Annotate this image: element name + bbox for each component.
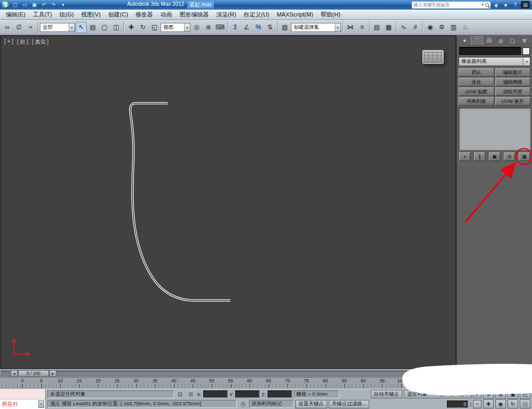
previous-frame-icon[interactable]: ◄ — [453, 390, 461, 398]
quick-access-chevron-icon[interactable]: ▾ — [59, 1, 67, 9]
tab-create[interactable]: ✦ — [459, 36, 470, 45]
percent-snap-icon[interactable]: % — [253, 22, 264, 33]
named-selection-dropdown[interactable]: 创建选择集 ▾ — [291, 23, 341, 32]
add-time-tag-field[interactable]: 添加时间标记 — [249, 400, 294, 408]
menu-tools[interactable]: 工具(T) — [29, 10, 56, 20]
search-icon[interactable] — [485, 3, 489, 7]
menu-group[interactable]: 组(G) — [56, 10, 78, 20]
pan-icon[interactable]: ✚ — [483, 399, 494, 408]
select-and-rotate-icon[interactable]: ↻ — [137, 22, 148, 33]
viewport-menu-view[interactable]: [ 前 ] — [17, 38, 28, 46]
new-file-icon[interactable]: ▢ — [11, 1, 19, 9]
modifier-list-dropdown[interactable]: 修改器列表 ▾ — [459, 57, 530, 66]
viewport-menu-general[interactable]: [ + ] — [4, 38, 13, 46]
edit-named-selection-icon[interactable]: ▧ — [279, 22, 290, 33]
unlink-selection-icon[interactable]: ∅ — [13, 22, 24, 33]
modifier-preset-button[interactable]: 倒角剖面 — [459, 97, 494, 105]
selected-object-dropdown[interactable]: 选定对象 ▾ — [404, 390, 441, 398]
spinner-snap-icon[interactable]: ⇅ — [264, 22, 276, 33]
orbit-icon[interactable]: ↻ — [508, 399, 518, 408]
select-and-move-icon[interactable]: ✚ — [126, 22, 137, 33]
help-icon[interactable]: ? — [511, 1, 519, 9]
select-object-icon[interactable]: ↖ — [76, 22, 87, 33]
communication-center-icon[interactable]: ◈ — [492, 1, 500, 9]
modifier-stack-list[interactable] — [459, 108, 530, 150]
modifier-preset-button[interactable]: 编辑面片 — [495, 68, 531, 77]
play-animation-icon[interactable]: ▶ — [463, 390, 471, 398]
tab-modify[interactable]: ⌒ — [471, 36, 483, 45]
search-chevron-icon[interactable]: ▾ — [481, 3, 484, 7]
mirror-icon[interactable]: ⋈ — [345, 22, 356, 33]
bind-to-spacewarp-icon[interactable]: ≈ — [25, 22, 36, 33]
snap-toggle-icon[interactable]: 3 — [229, 22, 240, 33]
tab-hierarchy[interactable]: 品 — [484, 36, 495, 45]
menu-animation[interactable]: 动画 — [157, 10, 176, 20]
render-setup-icon[interactable]: ⚙ — [436, 22, 447, 33]
macro-recorder-field[interactable] — [0, 389, 45, 399]
maximize-viewport-toggle-icon[interactable]: ◳ — [520, 399, 530, 408]
redo-icon[interactable]: ↷ — [49, 1, 57, 9]
keyboard-shortcut-override-icon[interactable]: ⌨ — [214, 22, 226, 33]
tab-motion[interactable]: ◎ — [495, 36, 506, 45]
modifier-preset-button[interactable]: 挤出 — [459, 68, 494, 77]
make-unique-button[interactable]: ▣ — [489, 152, 500, 161]
menu-rendering[interactable]: 渲染(R) — [213, 10, 240, 20]
rendered-frame-window-icon[interactable]: ▥ — [448, 22, 459, 33]
modifier-preset-button[interactable]: 涡轮平滑 — [495, 87, 531, 96]
zoom-all-icon[interactable]: ⊞ — [495, 390, 506, 399]
zoom-extents-icon[interactable]: ▣ — [508, 390, 518, 399]
y-coordinate-field[interactable] — [235, 390, 260, 398]
time-slider[interactable]: ◄ 0 / 100 ► — [0, 369, 456, 377]
modifier-preset-button[interactable]: 优化 — [459, 78, 494, 86]
select-and-scale-icon[interactable]: ◱ — [149, 22, 160, 33]
schematic-view-icon[interactable]: # — [410, 22, 421, 33]
window-crossing-icon[interactable]: ◫ — [111, 22, 122, 33]
undo-icon[interactable]: ↶ — [40, 1, 48, 9]
angle-snap-icon[interactable]: ∠ — [241, 22, 252, 33]
tab-utilities[interactable]: ⚒ — [519, 36, 530, 45]
menu-edit[interactable]: 编辑(E) — [2, 10, 29, 20]
favorites-star-icon[interactable]: ★ — [502, 1, 510, 9]
tab-display[interactable]: ▢ — [507, 36, 518, 45]
spline-curve[interactable] — [130, 103, 230, 300]
track-bar[interactable]: 0510152025303540455055606570758085909510… — [0, 377, 532, 389]
select-by-name-icon[interactable]: ▤ — [87, 22, 98, 33]
reference-coordinate-dropdown[interactable]: 视图 ▾ — [161, 23, 190, 32]
material-editor-icon[interactable]: ◉ — [425, 22, 436, 33]
time-slider-handle[interactable]: 0 / 100 — [18, 370, 49, 377]
auto-key-button[interactable]: 自动关键点 — [371, 390, 403, 398]
menu-customize[interactable]: 自定义(U) — [240, 10, 273, 20]
go-to-end-icon[interactable]: » — [473, 400, 481, 408]
rectangular-selection-region-icon[interactable]: ▢ — [99, 22, 110, 33]
selection-filter-dropdown[interactable]: 全部 ▾ — [40, 23, 75, 32]
next-frame-icon[interactable]: ► — [473, 390, 481, 398]
front-viewport[interactable]: [ + ] [ 前 ] [ 真实 ] — [1, 36, 456, 369]
infocenter-search[interactable]: ▾ — [412, 2, 491, 9]
set-key-button[interactable]: 设置关键点 — [295, 400, 327, 408]
app-logo-icon[interactable]: S — [2, 1, 10, 9]
open-file-icon[interactable]: ▭ — [21, 1, 29, 9]
object-name-input[interactable] — [459, 47, 521, 55]
use-pivot-center-icon[interactable]: ◎ — [191, 22, 202, 33]
zoom-region-icon[interactable]: ◰ — [520, 390, 530, 399]
next-frame-arrow-icon[interactable]: ► — [49, 370, 56, 377]
modifier-preset-button[interactable]: UVW 展开 — [495, 97, 531, 105]
select-and-link-icon[interactable]: ∞ — [2, 22, 13, 33]
object-color-swatch[interactable] — [522, 47, 530, 55]
listener-scroll-icon[interactable]: < — [38, 400, 44, 408]
time-slider-track[interactable] — [1, 371, 455, 377]
viewport-menu-shading[interactable]: [ 真实 ] — [32, 38, 48, 46]
pin-stack-button[interactable]: ⌖ — [459, 152, 470, 161]
curve-editor-icon[interactable]: ∿ — [398, 22, 409, 33]
menu-help[interactable]: 帮助(H) — [317, 10, 344, 20]
modifier-preset-button[interactable]: 编辑网格 — [495, 78, 531, 86]
z-coordinate-field[interactable] — [268, 390, 292, 398]
maxscript-mini-listener[interactable]: 所在行 < — [0, 389, 46, 409]
search-input[interactable] — [413, 2, 480, 7]
current-frame-field[interactable]: 0 — [447, 400, 468, 408]
menu-maxscript[interactable]: MAXScript(M) — [273, 10, 317, 19]
graphite-ribbon-icon[interactable]: ▦ — [383, 22, 394, 33]
spinner-down-icon[interactable]: ▾ — [470, 404, 471, 407]
go-to-start-icon[interactable]: « — [443, 390, 451, 398]
menu-create[interactable]: 创建(C) — [104, 10, 131, 20]
